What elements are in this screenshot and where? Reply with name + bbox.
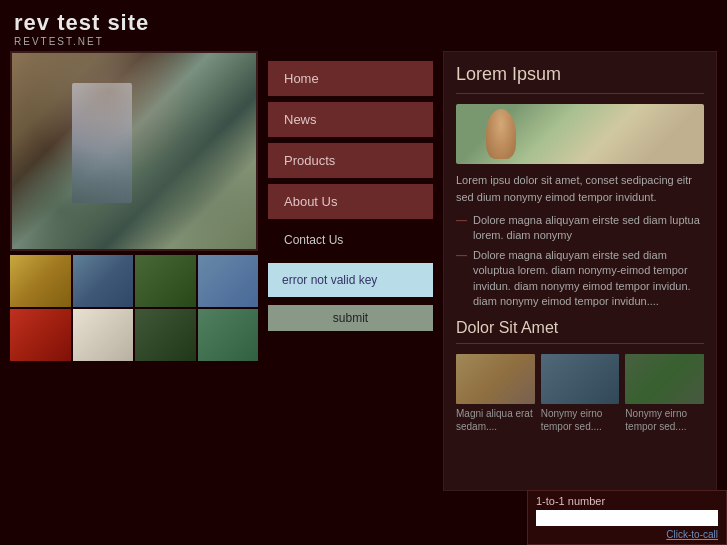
right-section2-title: Dolor Sit Amet	[456, 319, 704, 337]
main-image-wrapper	[10, 51, 258, 251]
nav-products[interactable]: Products	[268, 143, 433, 178]
click-to-call-link[interactable]: Click-to-call	[536, 529, 718, 540]
site-url: REVTEST.NET	[14, 36, 713, 47]
thumbnail-4[interactable]	[198, 255, 259, 307]
section2-divider	[456, 343, 704, 344]
bullet-dash-2: —	[456, 248, 467, 310]
bottom-thumb-caption-1: Magni aliqua erat sedam....	[456, 407, 535, 433]
thumbnail-1[interactable]	[10, 255, 71, 307]
bottom-thumb-item-2[interactable]: Nonymy eirno tempor sed....	[541, 354, 620, 433]
bottom-thumb-item-3[interactable]: Nonymy eirno tempor sed....	[625, 354, 704, 433]
lorem-text: Lorem ipsu dolor sit amet, conset sedipa…	[456, 172, 704, 205]
left-column	[10, 51, 258, 491]
phone-widget: 1-to-1 number Click-to-call	[527, 490, 727, 545]
bullet-item-2: — Dolore magna aliquyam eirste sed diam …	[456, 248, 704, 310]
bottom-thumb-image-1	[456, 354, 535, 404]
thumbnail-3[interactable]	[135, 255, 196, 307]
right-panel: Lorem Ipsum Lorem ipsu dolor sit amet, c…	[443, 51, 717, 491]
thumbnail-7[interactable]	[135, 309, 196, 361]
bullet-text-1: Dolore magna aliquyam eirste sed diam lu…	[473, 213, 704, 244]
thumbnail-8[interactable]	[198, 309, 259, 361]
person-image	[456, 104, 704, 164]
site-header: rev test site REVTEST.NET	[0, 0, 727, 51]
bottom-thumb-caption-2: Nonymy eirno tempor sed....	[541, 407, 620, 433]
bullet-dash-1: —	[456, 213, 467, 244]
bullet-list: — Dolore magna aliquyam eirste sed diam …	[456, 213, 704, 309]
nav-news[interactable]: News	[268, 102, 433, 137]
bottom-thumb-row: Magni aliqua erat sedam.... Nonymy eirno…	[456, 354, 704, 433]
thumbnail-2[interactable]	[73, 255, 134, 307]
bullet-text-2: Dolore magna aliquyam eirste sed diam vo…	[473, 248, 704, 310]
error-message: error not valid key	[268, 263, 433, 297]
thumbnail-grid	[10, 255, 258, 361]
section1-divider	[456, 93, 704, 94]
bottom-thumb-item-1[interactable]: Magni aliqua erat sedam....	[456, 354, 535, 433]
bottom-thumb-caption-3: Nonymy eirno tempor sed....	[625, 407, 704, 433]
bullet-item-1: — Dolore magna aliquyam eirste sed diam …	[456, 213, 704, 244]
submit-button[interactable]: submit	[268, 305, 433, 331]
nav-about-us[interactable]: About Us	[268, 184, 433, 219]
nav-contact-us[interactable]: Contact Us	[268, 225, 433, 255]
phone-input[interactable]	[536, 510, 718, 526]
main-content: Home News Products About Us Contact Us e…	[0, 51, 727, 491]
bottom-thumb-image-3	[625, 354, 704, 404]
thumbnail-5[interactable]	[10, 309, 71, 361]
nav-home[interactable]: Home	[268, 61, 433, 96]
right-section1-title: Lorem Ipsum	[456, 64, 704, 85]
site-title: rev test site	[14, 10, 713, 36]
phone-label: 1-to-1 number	[536, 495, 718, 507]
main-hero-image	[12, 53, 256, 249]
thumbnail-6[interactable]	[73, 309, 134, 361]
navigation-column: Home News Products About Us Contact Us e…	[268, 51, 433, 491]
bottom-thumb-image-2	[541, 354, 620, 404]
